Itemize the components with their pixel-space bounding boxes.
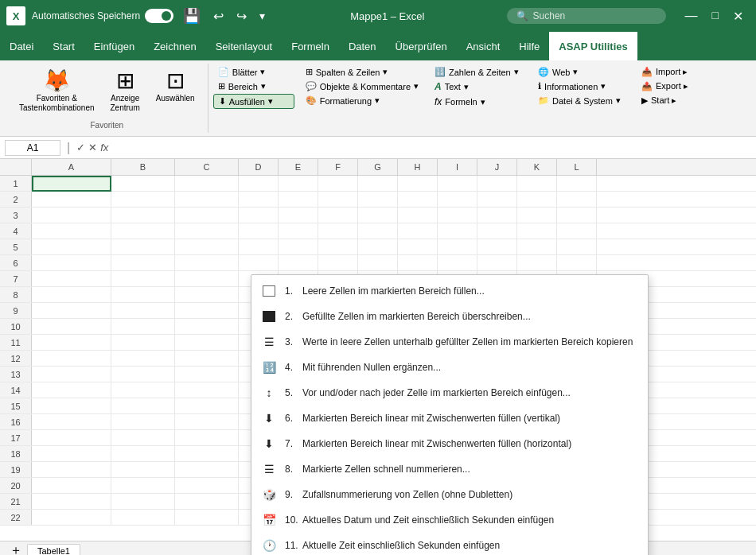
cell-C12[interactable] xyxy=(175,351,239,367)
cell-G4[interactable] xyxy=(358,223,398,239)
cell-J5[interactable] xyxy=(477,239,517,255)
cell-I1[interactable] xyxy=(438,176,477,192)
menu-formeln[interactable]: Formeln xyxy=(282,32,339,60)
cell-A2[interactable] xyxy=(32,192,111,208)
insert-function-icon[interactable]: fx xyxy=(100,142,108,153)
cell-J3[interactable] xyxy=(477,208,517,223)
cell-B10[interactable] xyxy=(111,319,175,335)
cell-A3[interactable] xyxy=(32,208,111,223)
cell-C19[interactable] xyxy=(175,462,239,478)
cell-K3[interactable] xyxy=(517,208,557,223)
btn-datei-system[interactable]: 📁 Datei & System ▾ xyxy=(533,94,630,107)
dropdown-item-2[interactable]: 2. Gefüllte Zellen im markierten Bereich… xyxy=(251,304,648,329)
cell-D1[interactable] xyxy=(239,176,279,192)
menu-hilfe[interactable]: Hilfe xyxy=(509,32,549,60)
dropdown-item-7[interactable]: ⬇7. Markierten Bereich linear mit Zwisch… xyxy=(251,431,648,456)
cell-D4[interactable] xyxy=(239,223,279,239)
btn-formeln[interactable]: fx Formeln ▾ xyxy=(430,95,527,109)
dropdown-item-8[interactable]: ☰8. Markierte Zellen schnell nummerieren… xyxy=(251,456,648,482)
cell-L6[interactable] xyxy=(557,255,597,271)
cell-C15[interactable] xyxy=(175,398,239,414)
dropdown-item-11[interactable]: 🕐11. Aktuelle Zeit einschließlich Sekund… xyxy=(251,533,648,555)
maximize-btn[interactable]: □ xyxy=(706,9,725,24)
cell-C10[interactable] xyxy=(175,319,239,335)
btn-anzeige-zentrum[interactable]: ⊞ AnzeigeZentrum xyxy=(104,67,146,116)
cell-A19[interactable] xyxy=(32,462,111,478)
btn-auswaehlen[interactable]: ⊡ Auswählen xyxy=(150,67,201,116)
cell-C20[interactable] xyxy=(175,478,239,494)
btn-import[interactable]: 📥 Import ▸ xyxy=(637,65,694,79)
cell-E3[interactable] xyxy=(279,208,318,223)
cell-D5[interactable] xyxy=(239,239,279,255)
cell-C6[interactable] xyxy=(175,255,239,271)
cell-H5[interactable] xyxy=(398,239,438,255)
cell-K1[interactable] xyxy=(517,176,557,192)
cell-B2[interactable] xyxy=(111,192,175,208)
cell-C1[interactable] xyxy=(175,176,239,192)
cell-B12[interactable] xyxy=(111,351,175,367)
redo-icon[interactable]: ↪ xyxy=(233,9,250,24)
cell-K2[interactable] xyxy=(517,192,557,208)
cell-B22[interactable] xyxy=(111,510,175,526)
cell-L5[interactable] xyxy=(557,239,597,255)
cell-G1[interactable] xyxy=(358,176,398,192)
customize-icon[interactable]: ▾ xyxy=(256,10,268,22)
cell-A14[interactable] xyxy=(32,382,111,398)
cell-C16[interactable] xyxy=(175,414,239,430)
add-sheet-btn[interactable]: ＋ xyxy=(6,542,25,555)
cell-B8[interactable] xyxy=(111,287,175,303)
cell-C21[interactable] xyxy=(175,494,239,510)
cell-E2[interactable] xyxy=(279,192,318,208)
cell-C3[interactable] xyxy=(175,208,239,223)
cell-B9[interactable] xyxy=(111,303,175,319)
cell-G3[interactable] xyxy=(358,208,398,223)
cell-E1[interactable] xyxy=(279,176,318,192)
cell-E5[interactable] xyxy=(279,239,318,255)
sheet-tab-tabelle1[interactable]: Tabelle1 xyxy=(27,544,80,556)
cell-A22[interactable] xyxy=(32,510,111,526)
menu-datei[interactable]: Datei xyxy=(0,32,43,60)
cell-J4[interactable] xyxy=(477,223,517,239)
cell-A6[interactable] xyxy=(32,255,111,271)
cell-L3[interactable] xyxy=(557,208,597,223)
cell-A15[interactable] xyxy=(32,398,111,414)
cell-H2[interactable] xyxy=(398,192,438,208)
btn-text[interactable]: A Text ▾ xyxy=(430,80,527,94)
btn-spalten-zeilen[interactable]: ⊞ Spalten & Zeilen ▾ xyxy=(301,65,423,79)
cell-F1[interactable] xyxy=(318,176,358,192)
menu-daten[interactable]: Daten xyxy=(339,32,386,60)
checkmark-icon[interactable]: ✓ xyxy=(76,142,85,153)
btn-web[interactable]: 🌐 Web ▾ xyxy=(533,65,630,79)
menu-asap[interactable]: ASAP Utilities xyxy=(549,32,637,60)
cancel-icon[interactable]: ✕ xyxy=(88,142,97,153)
btn-zahlen-zeiten[interactable]: 🔢 Zahlen & Zeiten ▾ xyxy=(430,65,527,79)
cell-B13[interactable] xyxy=(111,367,175,382)
menu-einfuegen[interactable]: Einfügen xyxy=(84,32,144,60)
autosave-switch[interactable] xyxy=(145,9,173,23)
cell-K6[interactable] xyxy=(517,255,557,271)
cell-B19[interactable] xyxy=(111,462,175,478)
cell-G2[interactable] xyxy=(358,192,398,208)
cell-G6[interactable] xyxy=(358,255,398,271)
cell-D6[interactable] xyxy=(239,255,279,271)
btn-objekte[interactable]: 💬 Objekte & Kommentare ▾ xyxy=(301,80,423,93)
cell-L4[interactable] xyxy=(557,223,597,239)
cell-E6[interactable] xyxy=(279,255,318,271)
btn-ausfuellen[interactable]: ⬇ Ausfüllen ▾ xyxy=(213,94,294,109)
cell-B7[interactable] xyxy=(111,271,175,287)
cell-I5[interactable] xyxy=(438,239,477,255)
cell-H6[interactable] xyxy=(398,255,438,271)
dropdown-item-9[interactable]: 🎲9. Zufallsnummerierung von Zellen (ohne… xyxy=(251,482,648,507)
cell-C17[interactable] xyxy=(175,430,239,446)
menu-zeichnen[interactable]: Zeichnen xyxy=(144,32,205,60)
cell-K5[interactable] xyxy=(517,239,557,255)
cell-L1[interactable] xyxy=(557,176,597,192)
cell-C4[interactable] xyxy=(175,223,239,239)
cell-B21[interactable] xyxy=(111,494,175,510)
undo-icon[interactable]: ↩ xyxy=(210,9,227,24)
cell-A10[interactable] xyxy=(32,319,111,335)
cell-J1[interactable] xyxy=(477,176,517,192)
cell-I4[interactable] xyxy=(438,223,477,239)
dropdown-item-5[interactable]: ↕5. Vor und/oder nach jeder Zelle im mar… xyxy=(251,380,648,406)
cell-B4[interactable] xyxy=(111,223,175,239)
